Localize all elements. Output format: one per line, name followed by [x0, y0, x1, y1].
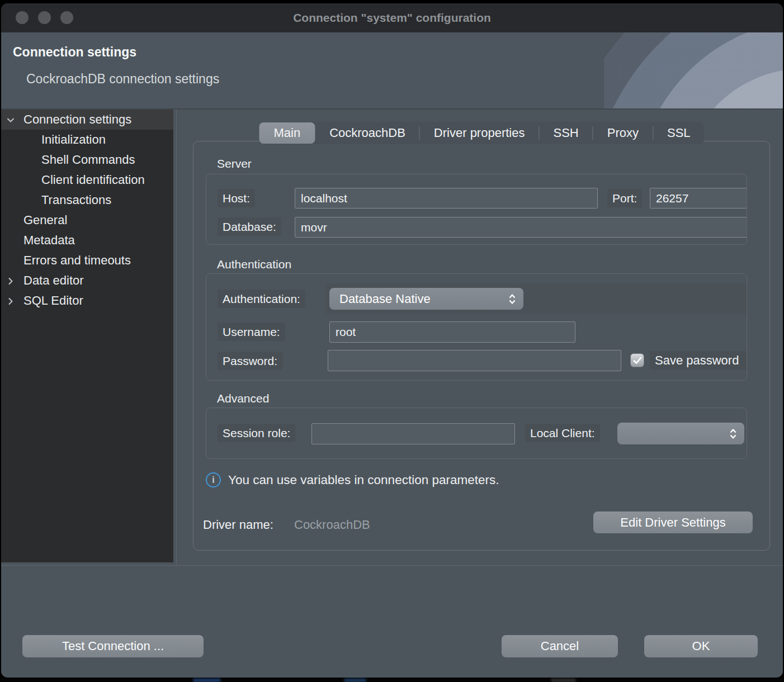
sidebar-item-label: SQL Editor: [23, 293, 83, 308]
advanced-groupbox: Session role: Local Client:: [206, 408, 747, 459]
dock-icon-glow: [344, 679, 366, 682]
save-password-checkbox[interactable]: [630, 353, 644, 367]
sidebar-item-label: General: [23, 213, 67, 228]
sidebar-item-label: Shell Commands: [41, 153, 135, 167]
password-input[interactable]: [328, 350, 621, 371]
host-label: Host:: [218, 189, 255, 207]
session-role-label: Session role:: [218, 424, 295, 442]
tab-main[interactable]: Main: [259, 122, 315, 144]
tab-ssl[interactable]: SSL: [653, 122, 705, 144]
sidebar-item-general[interactable]: General: [1, 210, 173, 230]
database-input[interactable]: [295, 217, 747, 238]
local-client-label: Local Client:: [525, 424, 600, 442]
tab-driver-properties[interactable]: Driver properties: [420, 122, 539, 144]
username-input[interactable]: [329, 321, 575, 343]
sidebar-item-client-identification[interactable]: Client identification: [1, 170, 173, 190]
authentication-group-label: Authentication: [217, 258, 291, 271]
sidebar-item-label: Metadata: [23, 233, 75, 248]
sidebar-item-data-editor[interactable]: Data editor: [1, 271, 173, 291]
authentication-label: Authentication:: [218, 290, 305, 308]
sidebar-item-label: Client identification: [41, 173, 145, 187]
info-message: You can use variables in connection para…: [228, 473, 499, 487]
authentication-select-value: Database Native: [339, 292, 431, 306]
cancel-button[interactable]: Cancel: [502, 635, 618, 657]
settings-tree: Connection settings Initialization Shell…: [1, 110, 173, 562]
sidebar-item-sql-editor[interactable]: SQL Editor: [1, 291, 173, 311]
sidebar-item-initialization[interactable]: Initialization: [1, 130, 173, 150]
sidebar-item-label: Transactions: [41, 193, 111, 207]
edit-driver-settings-button[interactable]: Edit Driver Settings: [593, 512, 753, 533]
tab-cockroachdb[interactable]: CockroachDB: [315, 122, 419, 144]
info-row: i You can use variables in connection pa…: [206, 472, 499, 487]
tab-proxy[interactable]: Proxy: [593, 122, 653, 144]
driver-name-value: CockroachDB: [294, 518, 370, 532]
dock-icon-glow: [551, 679, 576, 682]
select-chevrons-icon: [508, 293, 516, 305]
main-tab-panel: Server Host: Port: Database: Authenticat…: [193, 141, 770, 551]
sidebar-item-label: Data editor: [23, 273, 84, 288]
authentication-select[interactable]: Database Native: [329, 288, 523, 310]
check-icon: [633, 357, 642, 364]
sidebar-item-label: Initialization: [41, 132, 106, 147]
server-group-label: Server: [217, 157, 252, 170]
save-password-label: Save password: [650, 351, 747, 370]
page-subtitle: CockroachDB connection settings: [26, 72, 219, 87]
database-label: Database:: [218, 217, 281, 236]
window-title: Connection "system" configuration: [1, 3, 783, 32]
connection-config-dialog: Connection "system" configuration Connec…: [1, 3, 783, 678]
dialog-content: Connection settings Initialization Shell…: [1, 110, 783, 566]
sidebar-item-transactions[interactable]: Transactions: [1, 190, 173, 210]
sidebar-item-errors-and-timeouts[interactable]: Errors and timeouts: [1, 250, 173, 271]
sidebar-item-metadata[interactable]: Metadata: [1, 230, 173, 250]
select-chevrons-icon: [729, 428, 737, 440]
ok-button[interactable]: OK: [644, 635, 758, 657]
desktop-dock-strip: [0, 678, 784, 682]
sidebar-item-connection-settings[interactable]: Connection settings: [1, 110, 173, 130]
port-input[interactable]: [650, 188, 747, 209]
info-icon: i: [206, 472, 221, 487]
test-connection-button[interactable]: Test Connection ...: [22, 635, 204, 657]
sidebar-item-label: Connection settings: [23, 112, 131, 127]
chevron-right-icon: [6, 276, 16, 286]
session-role-input[interactable]: [311, 423, 515, 444]
username-label: Username:: [218, 323, 285, 341]
decorative-corner-art: [604, 32, 783, 110]
server-groupbox: Host: Port: Database:: [206, 174, 747, 245]
title-bar: Connection "system" configuration: [1, 3, 783, 32]
advanced-group-label: Advanced: [217, 392, 269, 405]
tab-ssh[interactable]: SSH: [539, 122, 592, 144]
chevron-down-icon: [6, 115, 16, 125]
main-area: Main CockroachDB Driver properties SSH P…: [177, 110, 783, 566]
port-label: Port:: [607, 189, 642, 207]
local-client-select[interactable]: [617, 423, 744, 444]
host-input[interactable]: [295, 188, 598, 209]
dialog-footer: Test Connection ... Cancel OK: [1, 566, 783, 677]
page-title: Connection settings: [13, 45, 136, 60]
sidebar-item-label: Errors and timeouts: [23, 253, 131, 268]
password-label: Password:: [218, 352, 282, 370]
chevron-right-icon: [6, 296, 16, 306]
driver-name-label: Driver name:: [203, 518, 273, 532]
dock-icon-glow: [193, 679, 221, 682]
dialog-header: Connection settings CockroachDB connecti…: [1, 32, 783, 110]
authentication-groupbox: Authentication: Database Native Username…: [206, 273, 747, 381]
sidebar-item-shell-commands[interactable]: Shell Commands: [1, 150, 173, 170]
tab-bar: Main CockroachDB Driver properties SSH P…: [258, 122, 704, 144]
